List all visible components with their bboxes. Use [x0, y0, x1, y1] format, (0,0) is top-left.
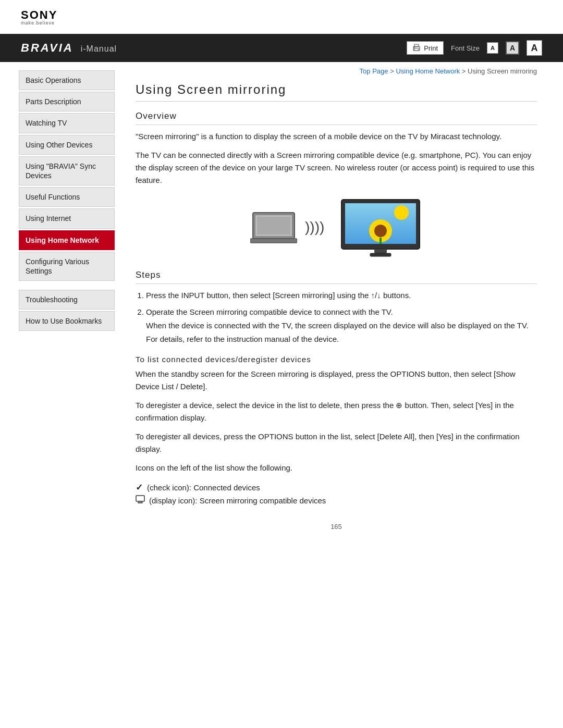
wireless-signal-icon: )))) [302, 215, 334, 241]
imanual-text: i-Manual [81, 44, 117, 54]
breadcrumb: Top Page > Using Home Network > Using Sc… [136, 67, 537, 75]
svg-rect-15 [380, 238, 382, 244]
sidebar-item-using-internet[interactable]: Using Internet [19, 208, 115, 228]
breadcrumb-home-network[interactable]: Using Home Network [396, 67, 460, 75]
svg-rect-6 [250, 239, 297, 243]
icon-check-label: (check icon): Connected devices [147, 482, 260, 494]
svg-rect-7 [257, 217, 290, 235]
svg-text:)))): )))) [305, 219, 324, 235]
sidebar-item-basic-operations[interactable]: Basic Operations [19, 70, 115, 90]
sidebar-divider [19, 282, 115, 290]
step-1-text: Press the INPUT button, then select [Scr… [146, 291, 411, 300]
steps-heading: Steps [136, 270, 537, 284]
laptop-icon [250, 210, 297, 246]
sidebar-item-troubleshooting[interactable]: Troubleshooting [19, 290, 115, 310]
svg-rect-16 [374, 249, 387, 253]
sony-text: SONY [21, 9, 542, 21]
font-large-button[interactable]: A [527, 40, 542, 56]
to-list-heading: To list connected devices/deregister dev… [136, 355, 537, 364]
breadcrumb-top-page[interactable]: Top Page [360, 67, 388, 75]
svg-point-14 [374, 225, 387, 237]
display-svg-icon [136, 495, 145, 503]
bravia-logo: BRAVIA [21, 41, 74, 55]
sidebar-item-bravia-sync[interactable]: Using "BRAVIA" Sync Devices [19, 156, 115, 186]
svg-rect-1 [414, 48, 419, 51]
sidebar-item-configuring-settings[interactable]: Configuring Various Settings [19, 252, 115, 281]
svg-rect-20 [138, 502, 143, 503]
icon-list-intro: Icons on the left of the list show the f… [136, 462, 537, 474]
svg-point-12 [394, 205, 409, 220]
breadcrumb-current: Using Screen mirroring [468, 67, 537, 75]
breadcrumb-sep2: > [462, 67, 468, 75]
overview-heading: Overview [136, 111, 537, 125]
to-list-p1: When the standby screen for the Screen m… [136, 368, 537, 393]
icon-display-label: (display icon): Screen mirroring compati… [149, 495, 326, 507]
header-bar: BRAVIA i-Manual Print Font Size A A A [0, 34, 563, 62]
icon-list: ✓ (check icon): Connected devices (displ… [136, 480, 537, 507]
sidebar-item-how-to-use-bookmarks[interactable]: How to Use Bookmarks [19, 311, 115, 331]
print-icon [412, 44, 421, 52]
logo-area: SONY make.believe [0, 0, 563, 31]
page-title: Using Screen mirroring [136, 82, 537, 102]
step-2: Operate the Screen mirroring compatible … [146, 306, 537, 346]
header-left: BRAVIA i-Manual [21, 41, 117, 55]
icon-check-item: ✓ (check icon): Connected devices [136, 480, 537, 495]
page-number: 165 [136, 523, 537, 530]
display-icon [136, 495, 145, 507]
font-size-label: Font Size [451, 44, 480, 52]
font-medium-button[interactable]: A [506, 41, 519, 55]
tagline: make.believe [21, 21, 542, 26]
to-list-p3: To deregister all devices, press the OPT… [136, 430, 537, 455]
header-right: Print Font Size A A A [407, 40, 542, 56]
print-label: Print [424, 44, 438, 52]
step-1: Press the INPUT button, then select [Scr… [146, 289, 537, 302]
tv-icon [339, 197, 422, 260]
check-icon: ✓ [136, 480, 143, 495]
sidebar-item-watching-tv[interactable]: Watching TV [19, 113, 115, 133]
to-list-p2: To deregister a device, select the devic… [136, 399, 537, 424]
sidebar: Basic Operations Parts Description Watch… [0, 62, 115, 551]
sidebar-item-useful-functions[interactable]: Useful Functions [19, 187, 115, 207]
overview-p1: "Screen mirroring" is a function to disp… [136, 130, 537, 143]
overview-p2: The TV can be connected directly with a … [136, 149, 537, 187]
icon-display-item: (display icon): Screen mirroring compati… [136, 495, 537, 507]
svg-rect-18 [136, 496, 144, 501]
step-2-sub1: When the device is connected with the TV… [146, 319, 537, 332]
font-small-button[interactable]: A [487, 42, 498, 54]
svg-rect-17 [370, 253, 391, 256]
sidebar-item-parts-description[interactable]: Parts Description [19, 92, 115, 112]
content-area: Top Page > Using Home Network > Using Sc… [115, 62, 563, 551]
step-2-text: Operate the Screen mirroring compatible … [146, 307, 393, 316]
step-2-sub2: For details, refer to the instruction ma… [146, 333, 537, 346]
sony-logo: SONY make.believe [21, 9, 542, 26]
main-layout: Basic Operations Parts Description Watch… [0, 62, 563, 551]
svg-point-3 [414, 47, 415, 48]
sidebar-item-using-other-devices[interactable]: Using Other Devices [19, 135, 115, 155]
print-button[interactable]: Print [407, 41, 444, 55]
steps-list: Press the INPUT button, then select [Scr… [136, 289, 537, 346]
diagram-area: )))) [136, 197, 537, 260]
sidebar-item-using-home-network[interactable]: Using Home Network [19, 230, 115, 250]
breadcrumb-sep1: > [390, 67, 396, 75]
